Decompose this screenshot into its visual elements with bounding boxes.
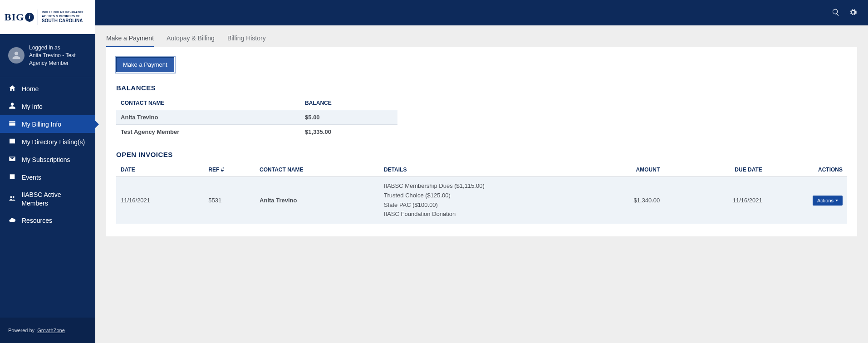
sidebar-item-label: Events bbox=[22, 174, 41, 181]
caret-down-icon bbox=[835, 200, 838, 201]
col-amount: AMOUNT bbox=[584, 163, 664, 177]
sidebar-item-my-billing-info[interactable]: My Billing Info bbox=[0, 115, 95, 133]
col-details: DETAILS bbox=[379, 163, 584, 177]
cell-contact-name: Test Agency Member bbox=[116, 125, 300, 139]
detail-line: Trusted Choice ($125.00) bbox=[384, 191, 579, 201]
sidebar-item-home[interactable]: Home bbox=[0, 80, 95, 98]
col-actions: ACTIONS bbox=[767, 163, 847, 177]
table-row: Test Agency Member $1,335.00 bbox=[116, 125, 397, 139]
powered-by-label: Powered by bbox=[8, 328, 34, 333]
gear-icon[interactable] bbox=[849, 8, 857, 18]
col-balance: BALANCE bbox=[300, 96, 397, 110]
cell-contact-name: Anita Trevino bbox=[255, 177, 379, 224]
sidebar-item-label: Home bbox=[22, 85, 39, 93]
sidebar-item-my-subscriptions[interactable]: My Subscriptions bbox=[0, 151, 95, 168]
nav: Home My Info My Billing Info My Director… bbox=[0, 77, 95, 229]
user-icon bbox=[12, 51, 21, 60]
balances-title: BALANCES bbox=[116, 84, 847, 92]
cell-date: 11/16/2021 bbox=[116, 177, 204, 224]
envelope-icon bbox=[8, 155, 16, 164]
home-icon bbox=[8, 84, 16, 93]
sidebar-item-label: My Billing Info bbox=[22, 121, 61, 128]
user-name-line1: Anita Trevino - Test bbox=[29, 52, 76, 59]
cell-contact-name: Anita Trevino bbox=[116, 110, 300, 125]
users-icon bbox=[8, 195, 16, 203]
actions-label: Actions bbox=[817, 198, 834, 203]
col-contact-name: CONTACT NAME bbox=[116, 96, 300, 110]
cell-due-date: 11/16/2021 bbox=[664, 177, 767, 224]
logo-sub-line2: SOUTH CAROLINA bbox=[42, 18, 91, 24]
make-payment-button[interactable]: Make a Payment bbox=[116, 57, 174, 72]
cell-actions: Actions bbox=[767, 177, 847, 224]
logo-separator bbox=[38, 10, 38, 25]
logo-sub-line1: INDEPENDENT INSURANCE AGENTS & BROKERS O… bbox=[42, 10, 91, 18]
cell-ref: 5531 bbox=[204, 177, 255, 224]
id-card-icon bbox=[8, 137, 16, 146]
sidebar-item-resources[interactable]: Resources bbox=[0, 212, 95, 230]
panel: Make a Payment BALANCES CONTACT NAME BAL… bbox=[106, 47, 857, 236]
user-name-line2: Agency Member bbox=[29, 59, 76, 67]
main: Make a Payment Autopay & Billing Billing… bbox=[95, 0, 868, 343]
col-due-date: DUE DATE bbox=[664, 163, 767, 177]
avatar bbox=[8, 47, 25, 64]
open-invoices-title: OPEN INVOICES bbox=[116, 151, 847, 158]
detail-line: IIABSC Membership Dues ($1,115.00) bbox=[384, 181, 579, 191]
sidebar-item-label: My Info bbox=[22, 103, 43, 110]
balances-table: CONTACT NAME BALANCE Anita Trevino $5.00… bbox=[116, 96, 397, 139]
sidebar-item-iiabsc-members[interactable]: IIABSC Active Members bbox=[0, 186, 95, 211]
search-icon[interactable] bbox=[832, 8, 840, 18]
calendar-icon bbox=[8, 173, 16, 181]
sidebar-item-my-info[interactable]: My Info bbox=[0, 98, 95, 115]
tab-autopay-billing[interactable]: Autopay & Billing bbox=[167, 34, 215, 47]
logo-i-icon: i bbox=[25, 13, 34, 22]
user-text: Logged in as Anita Trevino - Test Agency… bbox=[29, 44, 76, 67]
table-row: 11/16/2021 5531 Anita Trevino IIABSC Mem… bbox=[116, 177, 847, 224]
actions-button[interactable]: Actions bbox=[813, 196, 843, 206]
logged-in-label: Logged in as bbox=[29, 44, 76, 52]
tabs: Make a Payment Autopay & Billing Billing… bbox=[106, 34, 857, 47]
detail-line: State PAC ($100.00) bbox=[384, 201, 579, 210]
vendor-link[interactable]: GrowthZone bbox=[37, 328, 65, 333]
invoices-table: DATE REF # CONTACT NAME DETAILS AMOUNT D… bbox=[116, 163, 847, 224]
sidebar-item-label: My Directory Listing(s) bbox=[22, 138, 85, 146]
cell-amount: $1,340.00 bbox=[584, 177, 664, 224]
credit-card-icon bbox=[8, 120, 16, 128]
cloud-icon bbox=[8, 216, 16, 225]
tab-billing-history[interactable]: Billing History bbox=[227, 34, 266, 47]
col-date: DATE bbox=[116, 163, 204, 177]
sidebar: BIG i INDEPENDENT INSURANCE AGENTS & BRO… bbox=[0, 0, 95, 343]
sidebar-item-my-directory[interactable]: My Directory Listing(s) bbox=[0, 133, 95, 151]
user-solid-icon bbox=[8, 102, 16, 111]
logo-big-text: BIG bbox=[5, 11, 24, 23]
sidebar-item-label: IIABSC Active Members bbox=[21, 191, 87, 207]
col-contact-name: CONTACT NAME bbox=[255, 163, 379, 177]
cell-balance: $5.00 bbox=[300, 110, 397, 125]
logo-subtitle: INDEPENDENT INSURANCE AGENTS & BROKERS O… bbox=[42, 10, 91, 24]
logo: BIG i INDEPENDENT INSURANCE AGENTS & BRO… bbox=[0, 0, 95, 34]
sidebar-item-label: My Subscriptions bbox=[22, 156, 70, 163]
cell-balance: $1,335.00 bbox=[300, 125, 397, 139]
tab-make-payment[interactable]: Make a Payment bbox=[106, 34, 154, 47]
content: Make a Payment Autopay & Billing Billing… bbox=[95, 25, 868, 245]
logo-text: BIG i bbox=[5, 11, 34, 23]
col-ref: REF # bbox=[204, 163, 255, 177]
sidebar-item-label: Resources bbox=[22, 217, 52, 224]
table-row: Anita Trevino $5.00 bbox=[116, 110, 397, 125]
sidebar-item-events[interactable]: Events bbox=[0, 168, 95, 186]
detail-line: IIASC Foundation Donation bbox=[384, 210, 579, 219]
sidebar-footer: Powered by GrowthZone bbox=[0, 318, 95, 343]
topbar bbox=[95, 0, 868, 25]
user-block: Logged in as Anita Trevino - Test Agency… bbox=[0, 34, 95, 77]
cell-details: IIABSC Membership Dues ($1,115.00) Trust… bbox=[379, 177, 584, 224]
